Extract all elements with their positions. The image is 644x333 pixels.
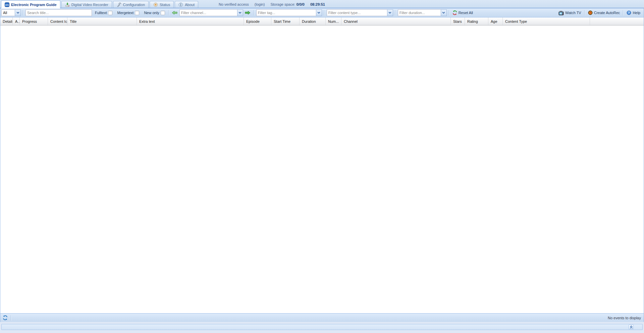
- column-header-duration[interactable]: Duration: [300, 17, 326, 25]
- expand-panel-button[interactable]: [629, 325, 634, 329]
- epg-grid-header: Details A... Progress Content Ic... Titl…: [0, 17, 644, 25]
- previous-channel-arrow-left-icon[interactable]: [171, 9, 178, 16]
- fulltext-checkbox[interactable]: [108, 11, 112, 15]
- epg-icon: EPG: [5, 2, 9, 7]
- wrench-icon: [117, 2, 121, 7]
- tab-digital-video-recorder[interactable]: Digital Video Recorder: [61, 1, 112, 8]
- epg-mode-chevron-down-icon[interactable]: [15, 9, 21, 16]
- toolbar-separator: [324, 10, 325, 15]
- filter-tag-chevron-down-icon[interactable]: [316, 9, 322, 16]
- tab-label: Digital Video Recorder: [71, 3, 108, 7]
- reset-all-label: Reset All: [459, 11, 473, 15]
- create-autorec-label: Create AutoRec: [594, 11, 620, 15]
- epg-mode-input[interactable]: [1, 9, 15, 16]
- column-header-stars[interactable]: Stars: [451, 17, 465, 25]
- autorec-icon: [588, 10, 593, 15]
- svg-text:?: ?: [628, 11, 630, 14]
- column-header-content-icon[interactable]: Content Ic...: [48, 17, 67, 25]
- status-eye-icon: [153, 2, 158, 7]
- help-button[interactable]: ? Help: [626, 9, 641, 16]
- filter-tag-input[interactable]: [256, 9, 316, 16]
- filter-channel-combo: [179, 9, 243, 16]
- tab-label: Electronic Program Guide: [11, 3, 57, 7]
- empty-events-message: No events to display: [608, 316, 641, 320]
- toolbar-separator: [395, 10, 396, 15]
- refresh-icon: [3, 315, 8, 320]
- refresh-button[interactable]: [1, 315, 9, 321]
- column-header-rating[interactable]: Rating: [465, 17, 488, 25]
- epg-mode-combo: [1, 9, 21, 16]
- column-header-extra-text[interactable]: Extra text: [137, 17, 244, 25]
- new-only-label: New only: [144, 11, 159, 15]
- column-header-details[interactable]: Details: [0, 17, 13, 25]
- access-status-text: No verified access: [219, 2, 249, 6]
- filter-duration-input[interactable]: [398, 9, 441, 16]
- bottom-dock: [0, 322, 644, 333]
- toolbar-separator: [11, 315, 11, 321]
- tab-status[interactable]: Status: [150, 1, 174, 8]
- storage-space-value: 0/0/0: [296, 2, 304, 6]
- tab-label: About: [185, 3, 195, 7]
- reset-all-button[interactable]: Reset All: [451, 9, 474, 16]
- mergetext-label: Mergetext: [117, 11, 133, 15]
- tab-about[interactable]: About: [175, 1, 198, 8]
- column-header-start-time[interactable]: Start Time: [271, 17, 300, 25]
- storage-space: Storage space: 0/0/0: [270, 2, 305, 6]
- filter-content-type-input[interactable]: [327, 9, 387, 16]
- tab-label: Status: [160, 3, 170, 7]
- toolbar-separator: [23, 10, 23, 15]
- new-only-checkbox[interactable]: [161, 11, 165, 15]
- column-header-age[interactable]: Age: [488, 17, 503, 25]
- toolbar-separator: [168, 10, 169, 15]
- reset-icon: [452, 10, 457, 15]
- watch-tv-button[interactable]: Watch TV: [557, 9, 582, 16]
- info-icon: [178, 2, 183, 7]
- tvheadend-app: EPG Electronic Program Guide Digital Vid…: [0, 0, 644, 333]
- collapsed-status-panel: [1, 324, 643, 330]
- toolbar-separator: [254, 10, 254, 15]
- filter-content-type-chevron-down-icon[interactable]: [387, 9, 393, 16]
- column-header-channel[interactable]: Channel: [341, 17, 451, 25]
- filter-channel-input[interactable]: [179, 9, 237, 16]
- fulltext-label: Fulltext: [95, 11, 107, 15]
- topbar-status-area: No verified access (login) Storage space…: [219, 2, 325, 6]
- filter-channel-chevron-down-icon[interactable]: [237, 9, 243, 16]
- search-title-input[interactable]: [25, 9, 92, 16]
- chevron-double-up-icon: [630, 325, 633, 329]
- svg-text:EPG: EPG: [5, 4, 9, 6]
- toolbar-separator: [584, 10, 585, 15]
- filter-tag-combo: [256, 9, 322, 16]
- storage-space-label: Storage space:: [270, 2, 295, 6]
- tab-label: Configuration: [123, 3, 145, 7]
- login-link[interactable]: (login): [255, 2, 265, 6]
- column-header-progress[interactable]: Progress: [20, 17, 48, 25]
- toolbar-separator: [449, 10, 449, 15]
- next-channel-arrow-right-icon[interactable]: [244, 9, 252, 16]
- epg-filter-toolbar: Fulltext Mergetext New only: [0, 8, 644, 17]
- filter-duration-combo: [398, 9, 447, 16]
- filter-duration-chevron-down-icon[interactable]: [441, 9, 447, 16]
- create-autorec-button[interactable]: Create AutoRec: [587, 9, 621, 16]
- tab-configuration[interactable]: Configuration: [113, 1, 149, 8]
- dvr-icon: [65, 2, 70, 7]
- column-header-a[interactable]: A...: [13, 17, 20, 25]
- clock: 08:29:51: [310, 2, 325, 6]
- epg-grid-body: [0, 25, 644, 313]
- epg-panel: Fulltext Mergetext New only: [0, 8, 644, 322]
- watch-tv-icon: [558, 10, 564, 15]
- toolbar-separator: [623, 10, 624, 15]
- watch-tv-label: Watch TV: [565, 11, 581, 15]
- column-header-number[interactable]: Num...: [326, 17, 341, 25]
- column-header-title[interactable]: Title: [67, 17, 137, 25]
- tab-electronic-program-guide[interactable]: EPG Electronic Program Guide: [1, 0, 60, 8]
- filter-content-type-combo: [327, 9, 393, 16]
- paging-toolbar: No events to display: [0, 313, 644, 322]
- mergetext-checkbox[interactable]: [135, 11, 139, 15]
- help-label: Help: [633, 11, 640, 15]
- column-header-filler: [590, 17, 644, 25]
- column-header-content-type[interactable]: Content Type: [503, 17, 590, 25]
- main-tab-strip: EPG Electronic Program Guide Digital Vid…: [0, 0, 644, 8]
- help-icon: ?: [627, 10, 631, 15]
- column-header-episode[interactable]: Episode: [244, 17, 271, 25]
